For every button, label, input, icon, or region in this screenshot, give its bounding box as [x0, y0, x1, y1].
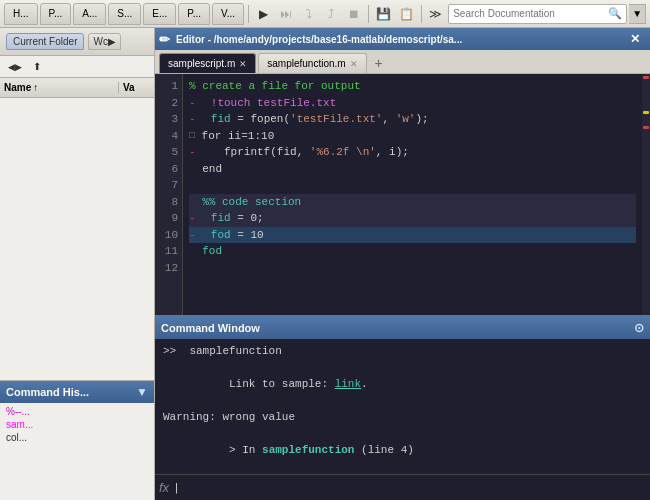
- sort-icon: ↑: [33, 82, 38, 93]
- stop-button[interactable]: ⏹: [344, 3, 365, 25]
- tab-view[interactable]: V...: [212, 3, 244, 25]
- code-token: = 0;: [231, 210, 264, 227]
- tab-editor[interactable]: E...: [143, 3, 176, 25]
- scroll-mark-red2: [643, 126, 649, 129]
- more-button[interactable]: ≫: [426, 3, 447, 25]
- editor-header: ✏ Editor - /home/andy/projects/base16-ma…: [155, 28, 650, 50]
- code-editor[interactable]: 1 2 3 4 5 6 7 8 9 10 11 12 % create a: [155, 74, 650, 315]
- editor-icon: ✏: [159, 32, 170, 47]
- code-token: %% code section: [189, 194, 301, 211]
- code-token: = 10: [231, 227, 264, 244]
- workspace-tab[interactable]: Wc▶: [88, 33, 120, 50]
- code-token: fid: [198, 111, 231, 128]
- cmd-line-2: Link to sample: link.: [163, 360, 642, 410]
- code-token: 'w': [396, 111, 416, 128]
- step-button[interactable]: ⏭: [276, 3, 297, 25]
- folder-nav-btn[interactable]: ◀▶: [4, 56, 26, 78]
- toolbar: H... P... A... S... E... P... V... ▶ ⏭ ⤵…: [0, 0, 650, 28]
- code-token: % create a file for output: [189, 78, 361, 95]
- editor-tab-add[interactable]: +: [369, 53, 389, 73]
- code-line-1: % create a file for output: [189, 78, 636, 95]
- code-token: 'testFile.txt': [290, 111, 382, 128]
- cmd-funcname[interactable]: samplefunction: [262, 444, 354, 456]
- command-history-menu[interactable]: ▼: [136, 385, 148, 399]
- search-icon[interactable]: 🔍: [608, 7, 622, 20]
- code-content: % create a file for output - !touch test…: [183, 74, 642, 315]
- code-line-9: - fid = 0;: [189, 210, 636, 227]
- run-button[interactable]: ▶: [253, 3, 274, 25]
- command-input-row: fx |: [155, 474, 650, 500]
- folder-toolbar: ◀▶ ⬆: [0, 56, 154, 78]
- tab-script[interactable]: S...: [108, 3, 141, 25]
- cmd-link[interactable]: link: [335, 378, 361, 390]
- code-token: fid: [198, 210, 231, 227]
- editor-tab-label2: samplefunction.m: [267, 58, 345, 69]
- scroll-mark-yellow: [643, 111, 649, 114]
- cmd-text: (line 4): [354, 444, 413, 456]
- breakpoint-dot: -: [189, 210, 196, 227]
- history-item[interactable]: sam...: [6, 418, 148, 431]
- tab-home[interactable]: H...: [4, 3, 38, 25]
- editor-area: ✏ Editor - /home/andy/projects/base16-ma…: [155, 28, 650, 315]
- code-line-7: [189, 177, 636, 194]
- command-history-panel: Command His... ▼ %--... sam... col...: [0, 380, 154, 500]
- history-item[interactable]: col...: [6, 431, 148, 444]
- history-item[interactable]: %--...: [6, 405, 148, 418]
- code-line-8: %% code section: [189, 194, 636, 211]
- code-line-5: - fprintf(fid, '%6.2f \n', i);: [189, 144, 636, 161]
- command-window-menu[interactable]: ⊙: [634, 321, 644, 335]
- step-out-button[interactable]: ⤴: [321, 3, 342, 25]
- code-token: end: [189, 161, 222, 178]
- cmd-text: > In: [229, 444, 262, 456]
- code-token: for ii=1:10: [195, 128, 274, 145]
- code-token: ,: [382, 111, 395, 128]
- editor-tabs: samplescript.m ✕ samplefunction.m ✕ +: [155, 50, 650, 74]
- col-value-header: Va: [119, 82, 154, 93]
- search-input[interactable]: [453, 8, 608, 19]
- tab-plots[interactable]: P...: [40, 3, 72, 25]
- command-history-header: Command His... ▼: [0, 381, 154, 403]
- code-token: = fopen(: [231, 111, 290, 128]
- editor-close[interactable]: ✕: [624, 28, 646, 50]
- breakpoint-dot: -: [189, 95, 196, 112]
- breakpoint-dot: -: [189, 227, 196, 244]
- tab-apps[interactable]: A...: [73, 3, 106, 25]
- save-all-button[interactable]: 📋: [396, 3, 417, 25]
- cmd-cursor: |: [173, 481, 180, 494]
- command-window-content[interactable]: >> samplefunction Link to sample: link. …: [155, 339, 650, 474]
- code-line-11: fod: [189, 243, 636, 260]
- editor-tab-close2[interactable]: ✕: [350, 59, 358, 69]
- toolbar-sep2: [368, 5, 369, 23]
- cmd-text: Link to sample:: [229, 378, 335, 390]
- folder-header: Current Folder Wc▶: [0, 28, 154, 56]
- code-token: '%6.2f \n': [310, 144, 376, 161]
- folder-list: [0, 98, 154, 380]
- fx-label: fx: [159, 480, 169, 495]
- editor-tab-close[interactable]: ✕: [239, 59, 247, 69]
- folder-up-btn[interactable]: ⬆: [26, 56, 48, 78]
- command-history-title: Command His...: [6, 386, 89, 398]
- cmd-text: .: [361, 378, 368, 390]
- column-header: Name ↑ Va: [0, 78, 154, 98]
- code-line-2: - !touch testFile.txt: [189, 95, 636, 112]
- step-in-button[interactable]: ⤵: [298, 3, 319, 25]
- right-panel: ✏ Editor - /home/andy/projects/base16-ma…: [155, 28, 650, 500]
- current-folder-tab[interactable]: Current Folder: [6, 33, 84, 50]
- code-line-10: - fod = 10: [189, 227, 636, 244]
- toolbar-separator: [248, 5, 249, 23]
- command-window-title: Command Window: [161, 322, 260, 334]
- search-box: 🔍: [448, 4, 627, 24]
- cmd-line-4: > In samplefunction (line 4): [163, 426, 642, 475]
- left-panel: Current Folder Wc▶ ◀▶ ⬆ Name ↑ Va Comman…: [0, 28, 155, 500]
- command-window-header: Command Window ⊙: [155, 317, 650, 339]
- scroll-mark-red: [643, 76, 649, 79]
- code-line-3: - fid = fopen('testFile.txt', 'w');: [189, 111, 636, 128]
- filter-button[interactable]: ▼: [629, 4, 646, 24]
- code-token: fprintf(fid,: [198, 144, 310, 161]
- editor-tab-samplescript[interactable]: samplescript.m ✕: [159, 53, 256, 73]
- code-token: , i);: [376, 144, 409, 161]
- editor-scrollbar[interactable]: [642, 74, 650, 315]
- save-button[interactable]: 💾: [373, 3, 394, 25]
- tab-publish[interactable]: P...: [178, 3, 210, 25]
- editor-tab-samplefunction[interactable]: samplefunction.m ✕: [258, 53, 366, 73]
